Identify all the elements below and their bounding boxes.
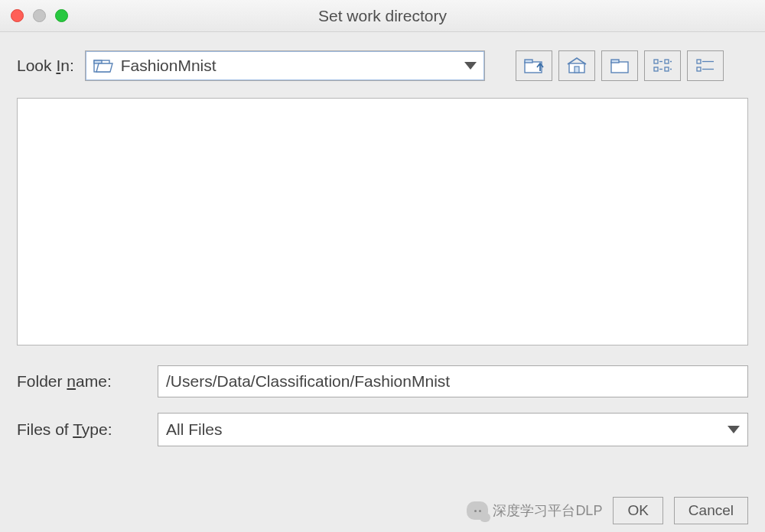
folder-open-icon — [93, 58, 113, 73]
folder-name-label-pre: Folder — [17, 372, 67, 390]
new-folder-icon — [609, 57, 630, 74]
window-controls — [11, 9, 68, 22]
svg-rect-7 — [611, 60, 619, 63]
look-in-label-pre: Look — [17, 57, 56, 74]
folder-name-label-post: ame: — [76, 372, 112, 390]
svg-rect-5 — [575, 66, 579, 73]
new-folder-button[interactable] — [601, 50, 638, 81]
up-one-level-button[interactable] — [516, 50, 552, 81]
home-button[interactable] — [558, 50, 595, 81]
window-title: Set work directory — [0, 7, 765, 25]
svg-rect-16 — [697, 60, 701, 63]
files-of-type-combo[interactable]: All Files — [158, 413, 748, 446]
details-view-button[interactable] — [687, 50, 724, 81]
svg-rect-6 — [611, 62, 628, 73]
svg-rect-3 — [525, 60, 532, 63]
folder-name-label-mnemonic: n — [67, 372, 76, 390]
svg-rect-10 — [665, 60, 669, 63]
files-of-type-value: All Files — [166, 420, 223, 439]
watermark: 深度学习平台DLP — [467, 501, 602, 520]
watermark-text: 深度学习平台DLP — [493, 501, 602, 520]
files-of-type-label-post: ype: — [82, 420, 112, 438]
cancel-button[interactable]: Cancel — [674, 497, 748, 524]
svg-rect-8 — [654, 60, 658, 63]
chevron-down-icon — [464, 62, 477, 70]
folder-name-value: /Users/Data/Classification/FashionMnist — [166, 372, 450, 391]
folder-name-input[interactable]: /Users/Data/Classification/FashionMnist — [158, 365, 748, 397]
minimize-window-button[interactable] — [33, 9, 46, 22]
files-of-type-label-mnemonic: T — [73, 420, 82, 438]
list-view-button[interactable] — [644, 50, 681, 81]
details-view-icon — [695, 57, 716, 74]
maximize-window-button[interactable] — [55, 9, 68, 22]
svg-rect-18 — [697, 67, 701, 71]
look-in-label: Look In: — [17, 57, 74, 75]
file-list[interactable] — [17, 98, 748, 345]
cancel-label: Cancel — [688, 502, 734, 519]
look-in-label-post: n: — [60, 57, 74, 74]
look-in-combo[interactable]: FashionMnist — [85, 50, 485, 81]
ok-label: OK — [627, 502, 648, 519]
files-of-type-label-pre: Files of — [17, 420, 73, 438]
svg-rect-12 — [654, 67, 658, 71]
folder-name-label: Folder name: — [17, 372, 139, 391]
chevron-down-icon — [728, 426, 740, 433]
dialog-footer: 深度学习平台DLP OK Cancel — [467, 497, 748, 524]
list-view-icon — [652, 57, 673, 74]
home-folder-icon — [566, 57, 588, 74]
close-window-button[interactable] — [11, 9, 24, 22]
svg-rect-2 — [525, 62, 542, 73]
wechat-icon — [467, 501, 488, 520]
svg-rect-14 — [665, 67, 669, 71]
ok-button[interactable]: OK — [613, 497, 662, 524]
folder-up-icon — [523, 57, 545, 74]
files-of-type-label: Files of Type: — [17, 420, 139, 439]
look-in-value: FashionMnist — [121, 57, 216, 75]
titlebar: Set work directory — [0, 0, 765, 32]
